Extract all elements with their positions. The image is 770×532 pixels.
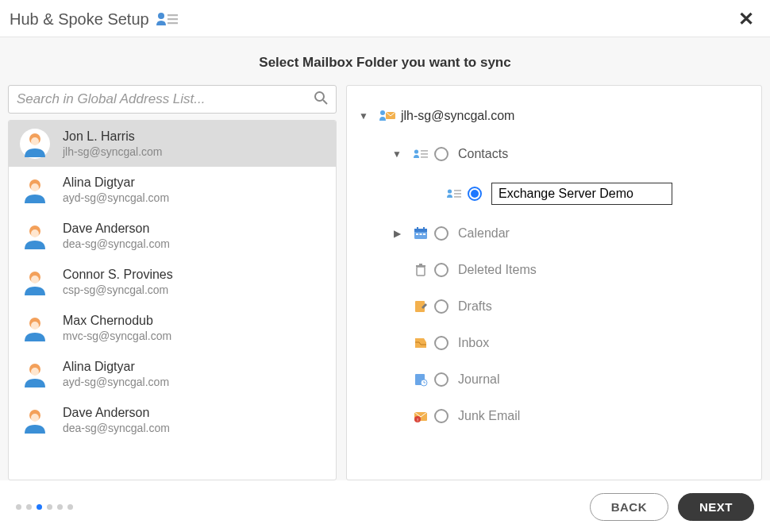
contact-email: dea-sg@syncgal.com bbox=[63, 237, 170, 250]
svg-point-20 bbox=[31, 322, 39, 330]
avatar-icon bbox=[20, 359, 50, 389]
contact-email: dea-sg@syncgal.com bbox=[63, 422, 170, 434]
selected-folder-radio[interactable] bbox=[468, 187, 482, 201]
contact-name: Dave Anderson bbox=[63, 406, 170, 420]
folder-radio[interactable] bbox=[434, 336, 449, 350]
back-button[interactable]: BACK bbox=[590, 493, 668, 521]
contact-name: Alina Digtyar bbox=[63, 175, 169, 190]
wizard-dot bbox=[16, 504, 21, 510]
avatar-icon bbox=[20, 405, 50, 435]
folder-radio[interactable] bbox=[434, 372, 449, 387]
svg-rect-1 bbox=[167, 14, 178, 16]
svg-line-5 bbox=[323, 100, 327, 104]
contact-name: Max Chernodub bbox=[63, 314, 171, 328]
avatar-icon bbox=[20, 175, 50, 205]
contact-list-item[interactable]: Alina Digtyarayd-sg@syncgal.com bbox=[9, 351, 336, 397]
tree-contacts-row[interactable]: ▼ Contacts bbox=[358, 138, 750, 170]
svg-point-26 bbox=[31, 414, 39, 422]
svg-rect-34 bbox=[454, 190, 461, 191]
avatar-icon bbox=[20, 313, 50, 343]
caret-down-icon[interactable]: ▼ bbox=[358, 110, 369, 121]
mailbox-label: jlh-sg@syncgal.com bbox=[401, 109, 514, 123]
contact-list-item[interactable]: Alina Digtyarayd-sg@syncgal.com bbox=[9, 167, 336, 213]
svg-point-11 bbox=[31, 183, 39, 191]
svg-rect-40 bbox=[423, 227, 425, 230]
tree-folder-row[interactable]: Inbox bbox=[358, 327, 750, 359]
svg-rect-31 bbox=[421, 153, 428, 155]
svg-rect-42 bbox=[420, 233, 422, 235]
contact-list-item[interactable]: Max Chernodubmvc-sg@syncgal.com bbox=[9, 305, 336, 351]
contact-list-item[interactable]: Jon L. Harrisjlh-sg@syncgal.com bbox=[9, 121, 336, 167]
junk-icon: ! bbox=[412, 409, 429, 423]
svg-rect-46 bbox=[419, 264, 422, 265]
svg-rect-44 bbox=[417, 267, 425, 276]
contact-list-item[interactable]: Connor S. Provinescsp-sg@syncgal.com bbox=[9, 259, 336, 305]
folder-radio[interactable] bbox=[434, 409, 449, 423]
tree-folder-row[interactable]: Journal bbox=[358, 364, 750, 395]
tree-mailbox-row[interactable]: ▼ jlh-sg@syncgal.com bbox=[358, 100, 750, 132]
svg-rect-3 bbox=[167, 22, 178, 24]
svg-point-23 bbox=[31, 368, 39, 376]
tree-selected-folder-row[interactable] bbox=[358, 178, 750, 210]
svg-rect-45 bbox=[416, 265, 425, 267]
folder-list: ▶CalendarDeleted ItemsDraftsInboxJournal… bbox=[358, 218, 750, 432]
contact-email: jlh-sg@syncgal.com bbox=[63, 145, 162, 158]
wizard-dot bbox=[37, 504, 42, 510]
header: Hub & Spoke Setup ✕ bbox=[0, 0, 770, 37]
svg-rect-38 bbox=[414, 229, 427, 232]
svg-rect-35 bbox=[454, 193, 461, 195]
search-icon[interactable] bbox=[314, 91, 328, 108]
svg-point-4 bbox=[315, 92, 324, 101]
tree-folder-row[interactable]: !Junk Email bbox=[358, 400, 750, 432]
folder-label: Inbox bbox=[458, 336, 489, 350]
folder-tree-panel: ▼ jlh-sg@syncgal.com ▼ bbox=[346, 85, 762, 480]
svg-rect-43 bbox=[423, 233, 425, 235]
folder-radio[interactable] bbox=[434, 263, 449, 277]
tree-folder-row[interactable]: Deleted Items bbox=[358, 254, 750, 286]
contacts-icon bbox=[445, 188, 463, 199]
contact-name: Connor S. Provines bbox=[63, 268, 173, 282]
tree-folder-row[interactable]: ▶Calendar bbox=[358, 218, 750, 249]
contact-list-item[interactable]: Dave Andersondea-sg@syncgal.com bbox=[9, 397, 336, 443]
svg-rect-39 bbox=[417, 227, 418, 230]
svg-point-14 bbox=[31, 229, 39, 237]
wizard-dot bbox=[67, 504, 73, 510]
search-input[interactable] bbox=[17, 91, 314, 107]
close-button[interactable]: ✕ bbox=[735, 8, 757, 30]
svg-rect-41 bbox=[416, 233, 418, 235]
folder-radio[interactable] bbox=[434, 299, 449, 314]
contact-name: Jon L. Harris bbox=[63, 129, 162, 144]
search-box[interactable] bbox=[8, 85, 337, 114]
svg-rect-32 bbox=[421, 156, 428, 158]
folder-label: Journal bbox=[458, 372, 499, 387]
svg-rect-2 bbox=[167, 18, 178, 20]
footer: BACK NEXT bbox=[0, 480, 770, 521]
calendar-icon bbox=[412, 226, 429, 241]
contact-list[interactable]: Jon L. Harrisjlh-sg@syncgal.comAlina Dig… bbox=[8, 120, 337, 480]
avatar-icon bbox=[20, 267, 50, 297]
contacts-icon bbox=[156, 11, 179, 27]
contact-email: csp-sg@syncgal.com bbox=[63, 283, 173, 296]
folder-label: Calendar bbox=[458, 226, 510, 241]
contact-email: ayd-sg@syncgal.com bbox=[63, 376, 169, 388]
journal-icon bbox=[412, 372, 429, 387]
svg-point-29 bbox=[414, 149, 418, 153]
folder-radio[interactable] bbox=[434, 226, 449, 241]
folder-label: Junk Email bbox=[458, 409, 520, 423]
contacts-radio[interactable] bbox=[434, 147, 449, 161]
left-panel: Jon L. Harrisjlh-sg@syncgal.comAlina Dig… bbox=[8, 85, 337, 480]
caret-right-icon[interactable]: ▶ bbox=[391, 228, 402, 239]
contacts-label: Contacts bbox=[458, 147, 508, 161]
wizard-dot bbox=[57, 504, 63, 510]
inbox-icon bbox=[412, 336, 429, 350]
selected-folder-input[interactable] bbox=[491, 183, 672, 205]
svg-point-17 bbox=[31, 276, 39, 283]
contact-list-item[interactable]: Dave Andersondea-sg@syncgal.com bbox=[9, 213, 336, 259]
next-button[interactable]: NEXT bbox=[678, 493, 754, 521]
contact-email: ayd-sg@syncgal.com bbox=[63, 191, 169, 204]
contact-email: mvc-sg@syncgal.com bbox=[63, 330, 171, 342]
caret-down-icon[interactable]: ▼ bbox=[391, 148, 402, 160]
tree-folder-row[interactable]: Drafts bbox=[358, 291, 750, 322]
folder-label: Deleted Items bbox=[458, 263, 537, 277]
wizard-progress-dots bbox=[16, 504, 73, 510]
